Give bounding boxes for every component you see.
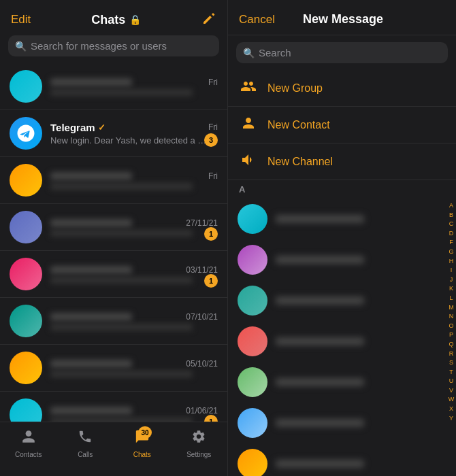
chat-name-blurred xyxy=(50,360,132,368)
tab-calls[interactable]: Calls xyxy=(57,429,114,458)
chat-item[interactable]: 01/06/21 1 xyxy=(0,392,227,422)
contact-avatar xyxy=(238,245,267,275)
new-channel-action[interactable]: New Channel xyxy=(228,143,456,180)
alpha-J[interactable]: J xyxy=(450,275,453,284)
right-search-bar[interactable]: 🔍 Search xyxy=(236,42,448,63)
alpha-T[interactable]: T xyxy=(449,368,453,377)
alpha-V[interactable]: V xyxy=(449,386,453,395)
chat-item[interactable]: 03/11/21 1 xyxy=(0,251,227,298)
chat-name-blurred xyxy=(50,313,132,321)
contact-name-blurred xyxy=(276,460,364,468)
chat-name-blurred xyxy=(50,172,132,180)
alpha-U[interactable]: U xyxy=(449,377,454,386)
alpha-Y[interactable]: Y xyxy=(449,414,453,423)
chat-item[interactable]: Fri xyxy=(0,63,227,110)
telegram-name: Telegram ✓ xyxy=(50,122,105,133)
avatar xyxy=(10,258,42,290)
avatar xyxy=(10,398,42,422)
search-icon: 🔍 xyxy=(243,48,255,58)
chat-item[interactable]: Fri xyxy=(0,157,227,204)
settings-icon xyxy=(191,429,206,448)
chat-item[interactable]: 07/10/21 xyxy=(0,298,227,345)
contact-item[interactable] xyxy=(228,443,446,476)
group-icon xyxy=(239,78,258,98)
chat-name-row: 07/10/21 xyxy=(50,312,218,322)
chat-name-row: Telegram ✓ Fri xyxy=(50,122,218,133)
alpha-N[interactable]: N xyxy=(449,312,454,321)
chat-item[interactable]: 05/10/21 xyxy=(0,345,227,392)
compose-button[interactable] xyxy=(201,11,216,29)
contact-item[interactable] xyxy=(228,362,446,403)
settings-label: Settings xyxy=(186,451,211,458)
chats-title-text: Chats xyxy=(91,13,125,27)
avatar xyxy=(10,211,42,243)
chat-preview-blurred xyxy=(50,324,193,330)
new-contact-action[interactable]: New Contact xyxy=(228,107,456,143)
contact-name-blurred xyxy=(276,256,364,264)
alpha-S[interactable]: S xyxy=(449,358,453,367)
contact-avatar xyxy=(238,367,267,397)
chat-name-blurred xyxy=(50,266,132,274)
alpha-K[interactable]: K xyxy=(449,284,453,293)
contact-name-blurred xyxy=(276,378,364,386)
alpha-R[interactable]: R xyxy=(449,350,454,358)
chat-name-row: 27/11/21 xyxy=(50,218,218,228)
contact-name-blurred xyxy=(276,337,364,345)
avatar xyxy=(10,352,42,384)
new-group-action[interactable]: New Group xyxy=(228,70,456,107)
alpha-H[interactable]: H xyxy=(449,257,454,266)
alpha-G[interactable]: G xyxy=(449,248,453,256)
chat-preview-blurred xyxy=(50,371,193,377)
edit-button[interactable]: Edit xyxy=(11,13,31,27)
contacts-label: Contacts xyxy=(15,451,42,458)
alpha-C[interactable]: C xyxy=(449,220,454,228)
chat-content: Fri xyxy=(50,171,218,190)
search-bar[interactable]: 🔍 Search for messages or users xyxy=(8,35,219,56)
chats-title: Chats 🔒 xyxy=(91,13,141,27)
tab-settings[interactable]: Settings xyxy=(171,429,228,458)
alpha-O[interactable]: O xyxy=(449,322,453,330)
unread-badge: 1 xyxy=(204,274,218,288)
contact-name-blurred xyxy=(276,296,364,305)
contact-avatar xyxy=(238,326,267,356)
channel-icon xyxy=(239,152,258,171)
telegram-chat-item[interactable]: Telegram ✓ Fri New login. Dear Yash, we … xyxy=(0,110,227,157)
chats-label: Chats xyxy=(133,451,151,458)
contact-item[interactable] xyxy=(228,239,446,280)
alpha-A[interactable]: A xyxy=(449,201,453,210)
alpha-M[interactable]: M xyxy=(449,303,454,312)
contact-item[interactable] xyxy=(228,280,446,321)
contact-name-blurred xyxy=(276,419,364,427)
tab-chats[interactable]: 30 Chats xyxy=(114,429,171,458)
alpha-B[interactable]: B xyxy=(449,211,453,220)
contact-item[interactable] xyxy=(228,199,446,239)
contact-avatar xyxy=(238,449,267,476)
tab-bar: Contacts Calls 30 Chats xyxy=(0,422,227,476)
chat-preview-blurred xyxy=(50,230,193,237)
alpha-E[interactable]: F xyxy=(449,238,453,247)
chat-preview-blurred xyxy=(50,183,193,190)
alpha-D[interactable]: D xyxy=(449,229,454,238)
contact-item[interactable] xyxy=(228,321,446,362)
tab-contacts[interactable]: Contacts xyxy=(0,429,57,458)
left-panel: Edit Chats 🔒 🔍 Search for messages or us… xyxy=(0,0,228,476)
new-message-title: New Message xyxy=(303,12,383,27)
cancel-button[interactable]: Cancel xyxy=(239,13,275,27)
avatar xyxy=(10,70,42,103)
chat-name-row: 03/11/21 xyxy=(50,265,218,275)
chat-name-blurred xyxy=(50,407,132,415)
contact-item[interactable] xyxy=(228,403,446,443)
alpha-X[interactable]: X xyxy=(449,405,453,413)
unread-badge: 3 xyxy=(204,133,218,147)
chat-name-blurred xyxy=(50,78,132,86)
alpha-Q[interactable]: Q xyxy=(449,340,453,349)
left-header: Edit Chats 🔒 xyxy=(0,0,227,35)
alpha-I[interactable]: I xyxy=(451,266,453,275)
chat-time: 05/10/21 xyxy=(186,359,218,369)
alpha-W[interactable]: W xyxy=(449,395,455,404)
alpha-P[interactable]: P xyxy=(449,330,453,339)
chat-content: 03/11/21 xyxy=(50,265,218,284)
alpha-L[interactable]: L xyxy=(449,294,453,303)
new-group-label: New Group xyxy=(267,82,323,95)
chat-item[interactable]: 27/11/21 1 xyxy=(0,204,227,251)
